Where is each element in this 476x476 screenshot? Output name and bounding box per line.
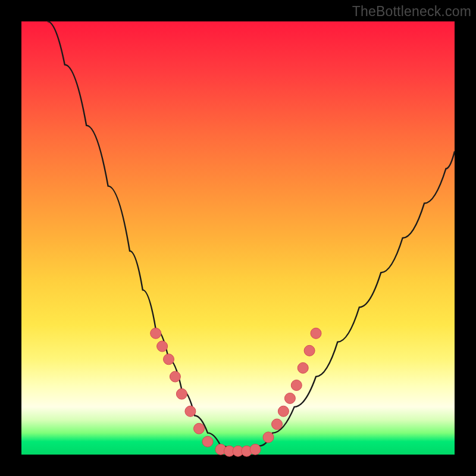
marker-dot xyxy=(250,444,261,455)
marker-dot xyxy=(157,341,168,352)
watermark-text: TheBottleneck.com xyxy=(352,4,471,20)
plot-area xyxy=(21,21,455,455)
marker-dot xyxy=(272,419,283,430)
marker-dot xyxy=(202,436,213,447)
marker-dot xyxy=(170,371,180,382)
chart-frame: TheBottleneck.com xyxy=(0,0,476,476)
marker-dot xyxy=(176,389,187,399)
marker-dot xyxy=(311,328,321,339)
marker-dot xyxy=(164,354,174,365)
bottleneck-curve-svg xyxy=(21,21,455,455)
marker-dot xyxy=(263,432,274,443)
marker-dot xyxy=(284,393,295,403)
marker-dot xyxy=(298,362,308,373)
marker-dot xyxy=(185,406,196,416)
bottom-markers-group xyxy=(215,444,261,456)
marker-dot xyxy=(291,380,302,391)
marker-dot xyxy=(151,328,161,339)
bottleneck-curve xyxy=(48,21,455,450)
marker-dot xyxy=(278,406,289,416)
marker-dot xyxy=(194,423,205,434)
marker-dot xyxy=(304,345,315,356)
